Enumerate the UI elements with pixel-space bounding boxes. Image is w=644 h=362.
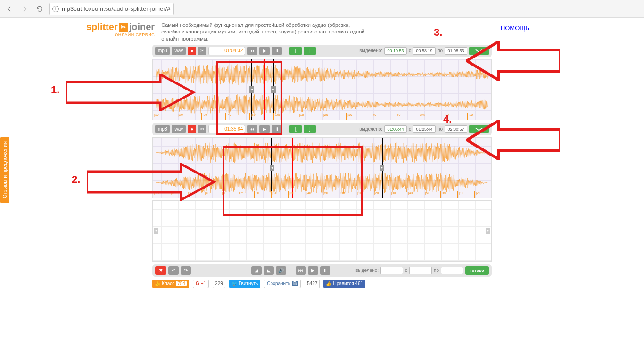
sel-start-button[interactable]: [ [289, 47, 302, 55]
logo: splitter ✂ joiner ОНЛАЙН СЕРВИС [86, 22, 155, 37]
joiner-sel-time [380, 267, 403, 274]
fade-out-button[interactable]: ◣ [264, 266, 274, 275]
track2-from[interactable]: 01:25:44 [413, 125, 436, 133]
format-wav-button[interactable]: wav [172, 125, 186, 133]
browser-chrome: i mp3cut.foxcom.su/audio-splitter-joiner… [0, 0, 644, 18]
sel-handle-left[interactable]: ◂ [270, 165, 274, 171]
track1-ruler: |10|20|30|40|501m|10|20|30|40|502m|10|20 [153, 113, 491, 120]
pause-button[interactable]: ⏸ [272, 47, 282, 55]
sel-handle-left[interactable]: ◂ [249, 86, 254, 93]
play-button[interactable]: ▶ [259, 125, 270, 133]
sel-start-button[interactable]: [ [289, 125, 302, 133]
pause-button[interactable]: ⏸ [320, 266, 330, 275]
sel-handle-right[interactable]: ▸ [271, 86, 276, 93]
gplus-count: 229 [213, 280, 225, 288]
track2-waveform[interactable]: ◂ ▸ |10|20|30|40|501m|10|20|30|40|502m|1… [152, 137, 492, 198]
scissors-button[interactable]: ✂ [198, 47, 206, 55]
vk-count: 5427 [305, 280, 320, 288]
logo-subtitle: ОНЛАЙН СЕРВИС [115, 33, 155, 37]
undo-button[interactable]: ↶ [168, 266, 179, 275]
track1-selection[interactable]: ◂ ▸ [251, 59, 274, 120]
sel-label: выделено: [359, 48, 382, 53]
track1-waveform[interactable]: ◂ ▸ |10|20|30|40|501m|10|20|30|40|502m|1… [152, 59, 492, 120]
skip-back-button[interactable]: ⏮ [247, 125, 257, 133]
record-button[interactable]: ● [188, 125, 196, 133]
logo-joiner: joiner [129, 22, 155, 33]
help-link[interactable]: ПОМОЩЬ [501, 25, 529, 32]
play-button[interactable]: ▶ [308, 266, 318, 275]
vk-button[interactable]: Сохранить В [264, 280, 301, 288]
gplus-button[interactable]: G+1 [193, 280, 209, 288]
joiner-to[interactable] [441, 267, 463, 274]
delete-button[interactable]: ✖ [155, 266, 166, 275]
track1-download-button[interactable] [469, 47, 489, 55]
handle-right[interactable]: ▸ [486, 228, 490, 234]
playhead [264, 59, 265, 120]
track2-download-button[interactable] [469, 125, 489, 133]
nav-reload-button[interactable] [34, 3, 45, 15]
track2-toolbar: mp3 wav ● ✂ 01:35:84 ⏮ ▶ ⏸ [ ] выделено:… [152, 123, 492, 135]
page-header: splitter ✂ joiner ОНЛАЙН СЕРВИС Самый не… [86, 22, 558, 42]
joiner-toolbar: ✖ ↶ ↷ ◢ ◣ 🔊 ⏮ ▶ ⏸ выделено: с по готово [152, 264, 492, 277]
volume-button[interactable]: 🔊 [276, 266, 286, 275]
description: Самый необходимый функционал для простей… [161, 22, 369, 42]
format-wav-button[interactable]: wav [172, 47, 186, 55]
scissors-button[interactable]: ✂ [198, 125, 206, 133]
feedback-tab[interactable]: Отзывы и предложения [0, 137, 9, 203]
from-label: с [409, 48, 411, 53]
sel-handle-right[interactable]: ▸ [380, 165, 384, 171]
nav-back-button[interactable] [4, 3, 15, 15]
track2-selection[interactable]: ◂ ▸ [271, 138, 383, 198]
ready-button[interactable]: готово [465, 266, 489, 275]
info-icon: i [52, 6, 59, 12]
skip-back-button[interactable]: ⏮ [247, 47, 257, 55]
joiner-from[interactable] [409, 267, 432, 274]
track2-time: 01:35:84 [208, 125, 245, 133]
track2-ruler: |10|20|30|40|501m|10|20|30|40|502m|10|20… [153, 191, 491, 198]
play-button[interactable]: ▶ [259, 47, 270, 55]
scissors-icon: ✂ [119, 23, 128, 32]
playhead [292, 138, 293, 198]
from-label: с [405, 268, 407, 273]
handle-left[interactable]: ◂ [154, 228, 158, 234]
track1-toolbar: mp3 wav ● ✂ 01:04:32 ⏮ ▶ ⏸ [ ] выделено:… [152, 45, 492, 57]
sel-end-button[interactable]: ] [304, 125, 316, 133]
ok-share-button[interactable]: 👍 Класс 754 [152, 280, 189, 288]
sel-label: выделено: [359, 126, 382, 132]
fb-like-button[interactable]: 👍 Нравится 461 [323, 280, 365, 288]
skip-back-button[interactable]: ⏮ [296, 266, 306, 275]
twitter-button[interactable]: 🐦 Твитнуть [229, 280, 260, 288]
social-bar: 👍 Класс 754 G+1 229 🐦 Твитнуть Сохранить… [152, 280, 492, 288]
logo-splitter: splitter [86, 22, 118, 33]
track2-to[interactable]: 02:30:57 [445, 125, 467, 133]
url-bar[interactable]: i mp3cut.foxcom.su/audio-splitter-joiner… [49, 3, 174, 15]
nav-forward-button[interactable] [19, 3, 30, 15]
track1-from[interactable]: 00:58:19 [413, 47, 436, 55]
redo-button[interactable]: ↷ [181, 266, 191, 275]
joiner-waveform[interactable]: ◂ ▸ [152, 200, 492, 262]
sel-label: выделено: [355, 268, 379, 273]
url-text: mp3cut.foxcom.su/audio-splitter-joiner/# [62, 5, 171, 12]
sel-end-button[interactable]: ] [304, 47, 316, 55]
format-mp3-button[interactable]: mp3 [155, 47, 170, 55]
to-label: по [438, 126, 443, 132]
track1-sel-time: 00:10:53 [384, 47, 407, 55]
track1-time: 01:04:32 [208, 47, 245, 55]
to-label: по [434, 268, 439, 273]
to-label: по [438, 48, 443, 53]
record-button[interactable]: ● [188, 47, 196, 55]
from-label: с [409, 126, 411, 132]
pause-button[interactable]: ⏸ [272, 125, 282, 133]
format-mp3-button[interactable]: mp3 [155, 125, 170, 133]
fade-in-button[interactable]: ◢ [251, 266, 262, 275]
track1-to[interactable]: 01:08:53 [445, 47, 467, 55]
track2-sel-time: 01:05:44 [384, 125, 407, 133]
